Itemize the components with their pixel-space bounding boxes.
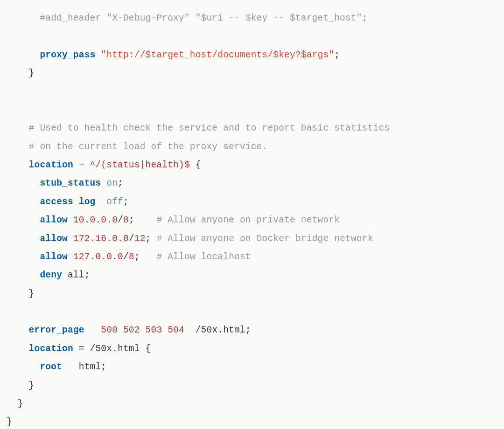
equals-operator: = bbox=[79, 344, 84, 354]
close-brace: } bbox=[7, 68, 35, 78]
semicolon: ; bbox=[123, 197, 129, 207]
file-path: /50x.html bbox=[90, 344, 140, 354]
semicolon: ; bbox=[134, 252, 140, 262]
keyword-allow: allow bbox=[40, 215, 68, 225]
code-comment: # Used to health check the service and t… bbox=[29, 123, 390, 133]
keyword-error-page: error_page bbox=[29, 325, 84, 335]
keyword-proxy-pass: proxy_pass bbox=[40, 50, 95, 60]
keyword-location: location bbox=[29, 160, 73, 170]
keyword-allow: allow bbox=[40, 234, 68, 244]
semicolon: ; bbox=[245, 325, 251, 335]
semicolon: ; bbox=[101, 362, 106, 372]
cidr-mask: 8 bbox=[129, 252, 134, 262]
keyword-location: location bbox=[29, 344, 73, 354]
keyword-deny: deny bbox=[40, 270, 62, 280]
ip-address: 10.0.0.0 bbox=[73, 215, 118, 225]
close-brace: } bbox=[7, 381, 35, 391]
code-comment: # Allow localhost bbox=[156, 252, 251, 262]
semicolon: ; bbox=[84, 270, 90, 280]
regex-literal: ^/(status|health)$ bbox=[90, 160, 190, 170]
close-brace: } bbox=[7, 399, 23, 409]
code-comment: # on the current load of the proxy servi… bbox=[29, 142, 268, 152]
nginx-config-code-block: #add_header "X-Debug-Proxy" "$uri -- $ke… bbox=[0, 0, 504, 429]
keyword-stub-status: stub_status bbox=[40, 178, 101, 188]
slash: / bbox=[123, 252, 129, 262]
string-literal: "http://$target_host/documents/$key?$arg… bbox=[101, 50, 334, 60]
open-brace: { bbox=[140, 344, 151, 354]
value-off: off bbox=[106, 197, 123, 207]
cidr-mask: 12 bbox=[134, 234, 146, 244]
value-on: on bbox=[106, 178, 118, 188]
code-comment: # Allow anyone on private network bbox=[156, 215, 340, 225]
semicolon: ; bbox=[129, 215, 134, 225]
open-brace: { bbox=[190, 160, 201, 170]
close-brace: } bbox=[7, 289, 35, 299]
cidr-mask: 8 bbox=[123, 215, 129, 225]
semicolon: ; bbox=[146, 234, 151, 244]
slash: / bbox=[129, 234, 134, 244]
keyword-allow: allow bbox=[40, 252, 68, 262]
slash: / bbox=[118, 215, 123, 225]
ip-address: 172.16.0.0 bbox=[73, 234, 129, 244]
value-all: all bbox=[68, 270, 84, 280]
semicolon: ; bbox=[118, 178, 123, 188]
ip-address: 127.0.0.0 bbox=[73, 252, 123, 262]
close-brace: } bbox=[7, 417, 12, 427]
tilde-operator: ~ bbox=[79, 160, 84, 170]
semicolon: ; bbox=[334, 50, 340, 60]
code-comment: #add_header "X-Debug-Proxy" "$uri -- $ke… bbox=[40, 13, 367, 23]
keyword-access-log: access_log bbox=[40, 197, 95, 207]
file-path: /50x.html bbox=[196, 325, 245, 335]
http-codes: 500 502 503 504 bbox=[101, 325, 184, 335]
value-html: html bbox=[79, 362, 101, 372]
code-comment: # Allow anyone on Docker bridge network bbox=[156, 234, 373, 244]
keyword-root: root bbox=[40, 362, 62, 372]
